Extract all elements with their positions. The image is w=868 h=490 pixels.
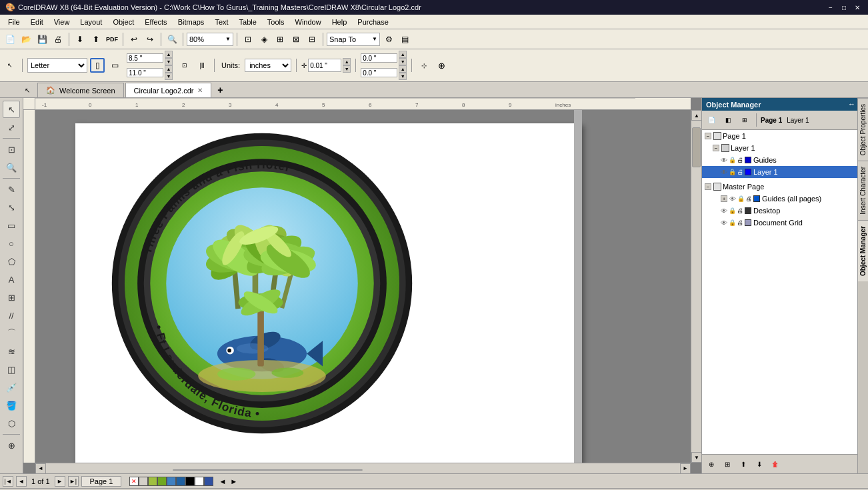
parallel-tool[interactable]: // xyxy=(3,307,20,324)
fit-page-button[interactable]: ⊡ xyxy=(241,32,255,47)
page-margins-button[interactable]: ⊡ xyxy=(177,58,192,73)
color-swatch-8[interactable] xyxy=(204,477,213,486)
om-guides-print[interactable]: 🖨 xyxy=(737,157,743,163)
print-button[interactable]: 🖨 xyxy=(51,32,65,47)
snapping-dropdown[interactable]: Snap To ▼ xyxy=(327,33,380,46)
redo-button[interactable]: ↪ xyxy=(143,32,157,47)
select-tool[interactable]: ↖ xyxy=(3,101,20,118)
menu-item-table[interactable]: Table xyxy=(234,17,262,27)
color-swatch-1[interactable] xyxy=(139,477,148,486)
color-swatch-4[interactable] xyxy=(167,477,176,486)
palette-scroll-left[interactable]: ◄ xyxy=(219,477,226,485)
menu-item-edit[interactable]: Edit xyxy=(25,17,49,27)
landscape-button[interactable]: ▭ xyxy=(107,58,122,73)
units-select[interactable]: inches mm cm xyxy=(245,59,291,72)
view-btn3[interactable]: ⊠ xyxy=(289,32,303,47)
om-master-expand[interactable]: − xyxy=(705,183,711,190)
connector-tool[interactable]: ⌒ xyxy=(3,325,20,342)
om-move-up-btn[interactable]: ⬆ xyxy=(736,457,751,471)
vertical-scrollbar[interactable]: ▲ ▼ xyxy=(691,110,701,463)
menu-item-text[interactable]: Text xyxy=(209,17,233,27)
bleed-button[interactable]: |ll xyxy=(195,58,209,73)
om-grid-eye[interactable]: 👁 xyxy=(721,219,727,227)
close-button[interactable]: ✕ xyxy=(852,2,863,13)
hscroll-right-btn[interactable]: ► xyxy=(680,463,691,474)
om-grid-print[interactable]: 🖨 xyxy=(737,219,743,226)
om-guides-all-row[interactable]: + 👁 🔒 🖨 Guides (all pages) xyxy=(702,193,868,205)
x-input[interactable]: 0.0 " xyxy=(361,53,397,63)
om-layer1-item-row[interactable]: 👁 🔒 🖨 Layer 1 xyxy=(702,166,868,178)
canvas-area[interactable]: -1 0 1 2 3 4 5 6 7 8 9 inches xyxy=(23,98,701,473)
maximize-button[interactable]: □ xyxy=(839,2,849,13)
menu-item-object[interactable]: Object xyxy=(107,17,139,27)
vscroll-thumb[interactable] xyxy=(692,127,701,167)
om-guides-all-lock[interactable]: 🔒 xyxy=(737,195,745,202)
menu-item-purchase[interactable]: Purchase xyxy=(352,17,393,27)
om-page1-expand[interactable]: − xyxy=(705,133,711,139)
om-layer1-print[interactable]: 🖨 xyxy=(737,169,743,175)
om-guides-all-print[interactable]: 🖨 xyxy=(746,195,752,202)
om-page1-row[interactable]: − Page 1 xyxy=(702,130,868,142)
height-down-btn[interactable]: ▼ xyxy=(165,73,173,80)
om-move-down-btn[interactable]: ⬇ xyxy=(752,457,767,471)
om-guides-all-eye[interactable]: 👁 xyxy=(729,195,736,203)
import-button[interactable]: ⬇ xyxy=(73,32,87,47)
new-button[interactable]: 📄 xyxy=(3,32,17,47)
om-layer1-expand[interactable]: − xyxy=(713,145,719,151)
page-last-btn[interactable]: ►| xyxy=(68,476,79,487)
text-tool[interactable]: A xyxy=(3,271,20,288)
y-down-btn[interactable]: ▼ xyxy=(399,73,407,80)
tab-welcome[interactable]: 🏠 Welcome Screen xyxy=(37,83,124,97)
menu-item-bitmaps[interactable]: Bitmaps xyxy=(173,17,210,27)
back-button[interactable]: ↖ xyxy=(20,83,35,97)
menu-item-tools[interactable]: Tools xyxy=(262,17,290,27)
menu-item-layout[interactable]: Layout xyxy=(75,17,107,27)
om-master-page-row[interactable]: − Master Page xyxy=(702,181,868,193)
view-btn1[interactable]: ◈ xyxy=(257,32,271,47)
options-button[interactable]: ⚙ xyxy=(381,32,396,47)
menu-item-view[interactable]: View xyxy=(49,17,75,27)
nudge-up-btn[interactable]: ▲ xyxy=(343,58,351,65)
height-input[interactable]: 11.0 " xyxy=(127,68,163,77)
om-delete-btn[interactable]: 🗑 xyxy=(768,457,783,471)
save-button[interactable]: 💾 xyxy=(35,32,49,47)
vscroll-track[interactable] xyxy=(691,121,701,452)
publish-pdf-button[interactable]: PDF xyxy=(105,32,119,47)
om-guides-eye[interactable]: 👁 xyxy=(721,157,727,164)
transparency-tool[interactable]: ◫ xyxy=(3,361,20,378)
export-button[interactable]: ⬆ xyxy=(89,32,103,47)
view-btn2[interactable]: ⊞ xyxy=(273,32,287,47)
om-new-layer-btn[interactable]: ⊕ xyxy=(704,457,719,471)
smart-draw-tool[interactable]: ⤡ xyxy=(3,199,20,216)
color-swatch-5[interactable] xyxy=(176,477,185,486)
color-swatch-7[interactable] xyxy=(195,477,204,486)
page-prev-btn[interactable]: ◄ xyxy=(16,476,27,487)
width-up-btn[interactable]: ▲ xyxy=(165,51,173,58)
page-1-tab[interactable]: Page 1 xyxy=(81,476,122,487)
page-size-select[interactable]: Letter A4 Legal xyxy=(27,58,87,73)
horizontal-scrollbar[interactable]: ◄ ► xyxy=(35,463,691,473)
add-page-btn[interactable]: ⊕ xyxy=(3,437,20,454)
nudge-input[interactable]: 0.01 " xyxy=(308,59,341,72)
page-next-btn[interactable]: ► xyxy=(55,476,65,487)
color-eyedropper-tool[interactable]: 💉 xyxy=(3,379,20,396)
vscroll-down-btn[interactable]: ▼ xyxy=(691,452,701,463)
zoom-dropdown[interactable]: 80% ▼ xyxy=(187,33,233,46)
transform-button[interactable]: ⊹ xyxy=(417,58,431,73)
rectangle-tool[interactable]: ▭ xyxy=(3,217,20,234)
object-manager-content[interactable]: − Page 1 − Layer 1 👁 🔒 🖨 Guides 👁 xyxy=(702,130,868,454)
vscroll-up-btn[interactable]: ▲ xyxy=(691,110,701,121)
color-no-fill[interactable]: ✕ xyxy=(129,477,139,486)
blend-tool[interactable]: ≋ xyxy=(3,343,20,360)
om-guides-row[interactable]: 👁 🔒 🖨 Guides xyxy=(702,154,868,166)
table-tool[interactable]: ⊞ xyxy=(3,289,20,306)
color-swatch-2[interactable] xyxy=(148,477,157,486)
page-first-btn[interactable]: |◄ xyxy=(3,476,13,487)
om-object-btn[interactable]: ⊞ xyxy=(737,113,752,127)
width-down-btn[interactable]: ▼ xyxy=(165,58,173,65)
nudge-down-btn[interactable]: ▼ xyxy=(343,65,351,73)
side-tab-insert-character[interactable]: Insert Character xyxy=(858,161,868,220)
menu-item-help[interactable]: Help xyxy=(327,17,353,27)
om-desktop-eye[interactable]: 👁 xyxy=(721,207,727,215)
hscroll-thumb[interactable] xyxy=(173,469,363,471)
